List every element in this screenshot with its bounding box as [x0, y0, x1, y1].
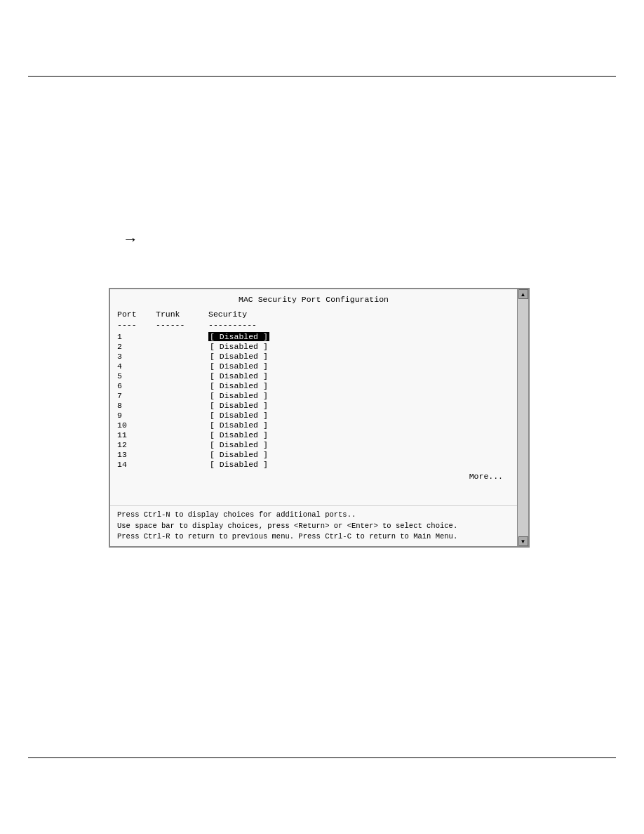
table-row[interactable]: 1[ Disabled ]	[117, 332, 510, 341]
more-text: More...	[117, 472, 503, 481]
separator-row: ---- ------ ----------	[117, 320, 510, 329]
table-row[interactable]: 9[ Disabled ]	[117, 411, 510, 420]
port-value: 14	[117, 460, 156, 469]
security-value: [ Disabled ]	[208, 450, 269, 459]
port-value: 12	[117, 440, 156, 449]
port-value: 10	[117, 421, 156, 430]
footer-line: Press Ctrl-R to return to previous menu.…	[117, 531, 510, 543]
terminal-title: MAC Security Port Configuration	[117, 295, 510, 304]
table-row[interactable]: 2[ Disabled ]	[117, 342, 510, 351]
table-row[interactable]: 13[ Disabled ]	[117, 450, 510, 459]
security-value: [ Disabled ]	[208, 352, 269, 361]
col-security-header: Security	[208, 310, 293, 319]
security-value: [ Disabled ]	[208, 430, 269, 439]
sep-port: ----	[117, 320, 156, 329]
security-value: [ Disabled ]	[208, 381, 269, 390]
table-row[interactable]: 11[ Disabled ]	[117, 430, 510, 439]
port-value: 13	[117, 450, 156, 459]
arrow-icon: →	[123, 230, 138, 249]
scrollbar-down-button[interactable]: ▼	[518, 536, 528, 546]
terminal-window: MAC Security Port Configuration Port Tru…	[109, 288, 530, 548]
table-row[interactable]: 4[ Disabled ]	[117, 362, 510, 371]
port-value: 1	[117, 332, 156, 341]
table-row[interactable]: 7[ Disabled ]	[117, 391, 510, 400]
table-row[interactable]: 8[ Disabled ]	[117, 401, 510, 410]
terminal-header: Port Trunk Security	[117, 310, 510, 319]
table-row[interactable]: 14[ Disabled ]	[117, 460, 510, 469]
security-value: [ Disabled ]	[208, 391, 269, 400]
footer-line: Use space bar to display choices, press …	[117, 521, 510, 532]
port-value: 5	[117, 371, 156, 380]
security-value: [ Disabled ]	[208, 411, 269, 420]
scrollbar-up-button[interactable]: ▲	[518, 289, 528, 299]
port-value: 3	[117, 352, 156, 361]
top-rule	[28, 76, 616, 77]
security-value: [ Disabled ]	[208, 421, 269, 430]
security-value: [ Disabled ]	[208, 401, 269, 410]
port-value: 8	[117, 401, 156, 410]
table-row[interactable]: 3[ Disabled ]	[117, 352, 510, 361]
terminal-footer: Press Ctrl-N to display choices for addi…	[110, 505, 517, 546]
security-value: [ Disabled ]	[208, 342, 269, 351]
security-value: [ Disabled ]	[208, 440, 269, 449]
table-row[interactable]: 10[ Disabled ]	[117, 421, 510, 430]
port-value: 2	[117, 342, 156, 351]
sep-security: ----------	[208, 320, 293, 329]
port-value: 7	[117, 391, 156, 400]
sep-trunk: ------	[156, 320, 208, 329]
port-value: 6	[117, 381, 156, 390]
port-value: 11	[117, 430, 156, 439]
footer-line: Press Ctrl-N to display choices for addi…	[117, 510, 510, 521]
terminal-scrollbar[interactable]: ▲ ▼	[517, 289, 528, 546]
bottom-rule	[28, 757, 616, 758]
security-value: [ Disabled ]	[208, 460, 269, 469]
port-value: 4	[117, 362, 156, 371]
security-value: [ Disabled ]	[208, 332, 269, 341]
security-value: [ Disabled ]	[208, 362, 269, 371]
footer-lines: Press Ctrl-N to display choices for addi…	[117, 510, 510, 543]
data-rows: 1[ Disabled ]2[ Disabled ]3[ Disabled ]4…	[117, 332, 510, 469]
col-port-header: Port	[117, 310, 156, 319]
table-row[interactable]: 12[ Disabled ]	[117, 440, 510, 449]
table-row[interactable]: 6[ Disabled ]	[117, 381, 510, 390]
table-row[interactable]: 5[ Disabled ]	[117, 371, 510, 380]
port-value: 9	[117, 411, 156, 420]
security-value: [ Disabled ]	[208, 371, 269, 380]
col-trunk-header: Trunk	[156, 310, 208, 319]
